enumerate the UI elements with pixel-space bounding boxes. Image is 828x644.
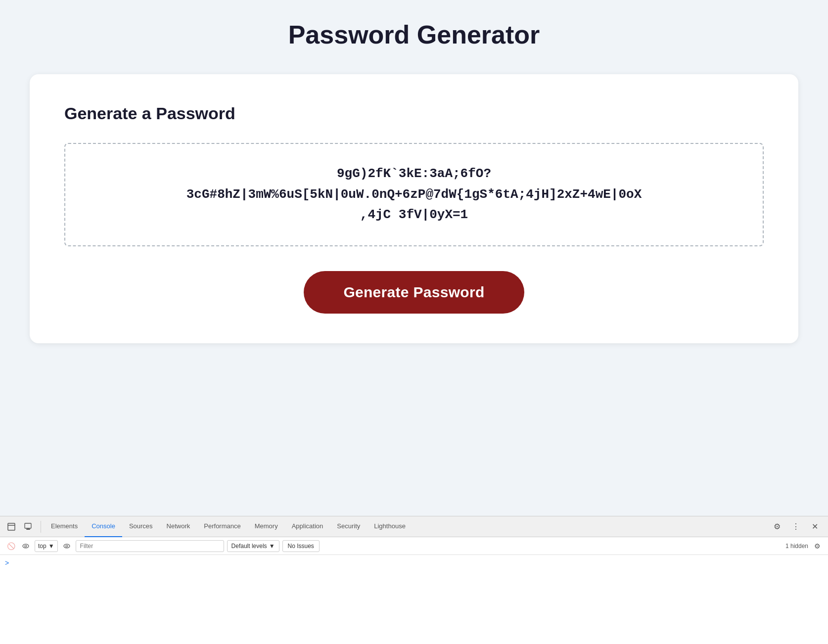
console-output-area: > (0, 555, 828, 644)
main-content: Password Generator Generate a Password 9… (0, 0, 828, 516)
page-title: Password Generator (30, 20, 798, 49)
svg-point-5 (23, 544, 29, 548)
console-arrow-icon: > (5, 559, 9, 567)
no-issues-button[interactable]: No Issues (282, 540, 320, 552)
tab-security[interactable]: Security (330, 516, 367, 537)
tab-console[interactable]: Console (85, 516, 122, 537)
levels-chevron-icon: ▼ (269, 543, 275, 550)
devtools-dock-icon[interactable] (4, 519, 19, 534)
default-levels-dropdown[interactable]: Default levels ▼ (227, 540, 279, 552)
devtools-inspect-icon[interactable] (21, 519, 36, 534)
eye-icon[interactable] (20, 540, 32, 552)
console-filter-input[interactable] (76, 540, 224, 552)
tab-network[interactable]: Network (160, 516, 197, 537)
svg-point-8 (66, 545, 68, 547)
devtools-tab-bar: Elements Console Sources Network Perform… (0, 516, 828, 537)
devtools-close-icon[interactable]: ✕ (807, 519, 822, 534)
card-heading: Generate a Password (64, 104, 764, 123)
devtools-tabs-right: ⚙ ⋮ ✕ (770, 519, 824, 534)
tab-application[interactable]: Application (285, 516, 330, 537)
generate-password-button[interactable]: Generate Password (304, 271, 524, 314)
tab-performance[interactable]: Performance (197, 516, 247, 537)
svg-point-7 (64, 544, 70, 548)
password-card: Generate a Password 9gG)2fK`3kE:3aA;6fO?… (30, 74, 798, 343)
devtools-panel: Elements Console Sources Network Perform… (0, 516, 828, 644)
svg-rect-3 (26, 529, 30, 530)
devtools-more-icon[interactable]: ⋮ (788, 519, 803, 534)
password-display-box: 9gG)2fK`3kE:3aA;6fO?3cG#8hZ|3mW%6uS[5kN|… (64, 143, 764, 246)
dropdown-chevron-icon: ▼ (48, 543, 54, 550)
tab-elements[interactable]: Elements (44, 516, 85, 537)
tab-sources[interactable]: Sources (122, 516, 160, 537)
svg-rect-2 (25, 523, 31, 528)
hidden-count-label: 1 hidden (785, 543, 808, 550)
svg-rect-0 (8, 523, 15, 530)
tab-separator-1 (41, 521, 41, 533)
execution-context-dropdown[interactable]: top ▼ (35, 540, 58, 552)
eye-filter-icon[interactable] (61, 540, 73, 552)
console-toolbar: 🚫 top ▼ Default levels ▼ No Issues 1 hid… (0, 537, 828, 555)
settings-icon-small[interactable]: ⚙ (811, 540, 823, 552)
svg-point-6 (25, 545, 27, 547)
console-prompt-line: > (5, 557, 823, 569)
tab-lighthouse[interactable]: Lighthouse (367, 516, 413, 537)
tab-memory[interactable]: Memory (248, 516, 285, 537)
button-container: Generate Password (64, 271, 764, 314)
toolbar-right: 1 hidden ⚙ (785, 540, 823, 552)
clear-console-icon[interactable]: 🚫 (5, 540, 17, 552)
password-text: 9gG)2fK`3kE:3aA;6fO?3cG#8hZ|3mW%6uS[5kN|… (186, 164, 642, 226)
devtools-settings-icon[interactable]: ⚙ (770, 519, 784, 534)
